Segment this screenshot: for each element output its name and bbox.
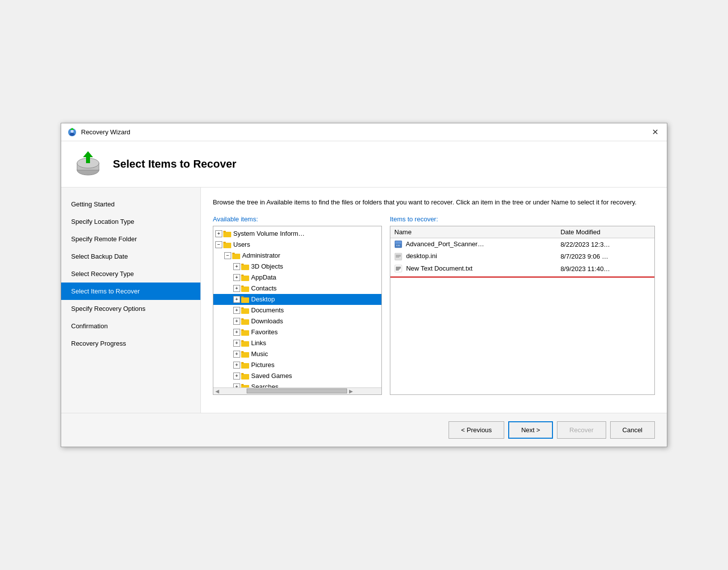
tree-label: AppData [251,274,276,281]
folder-icon [241,263,249,270]
column-header-name[interactable]: Name [390,226,556,238]
tree-item-favorites[interactable]: + Favorites [213,327,381,338]
tree-scroll-area[interactable]: + System Volume Inform… − [213,226,381,387]
exe-file-icon: EXE [394,240,402,248]
cancel-button[interactable]: Cancel [610,421,655,439]
sidebar-item-recovery-progress[interactable]: Recovery Progress [61,335,200,352]
tree-item-contacts[interactable]: + Contacts [213,283,381,294]
page-title: Select Items to Recover [113,158,236,171]
svg-point-3 [71,130,74,133]
file-name: New Text Document.txt [406,265,472,272]
items-to-recover-panel[interactable]: Name Date Modified [390,226,655,395]
tree-item-administrator[interactable]: − Administrator [213,250,381,261]
file-name: desktop.ini [406,252,437,260]
folder-icon [241,351,249,358]
tree-label: Administrator [242,252,280,259]
folder-icon [241,383,249,387]
recover-button[interactable]: Recover [557,421,606,439]
items-to-recover-label: Items to recover: [390,215,655,223]
tree-item-savedgames[interactable]: + Saved Games [213,371,381,381]
sidebar-item-confirmation[interactable]: Confirmation [61,317,200,335]
svg-rect-29 [241,341,249,347]
tree-item-documents[interactable]: + Documents [213,305,381,316]
svg-rect-31 [241,352,249,358]
folder-icon [223,241,231,248]
sidebar-item-recovery-type[interactable]: Select Recovery Type [61,265,200,283]
red-separator-line [390,277,654,278]
sidebar-item-backup-date[interactable]: Select Backup Date [61,248,200,265]
file-name-cell[interactable]: New Text Document.txt [390,263,556,275]
svg-rect-22 [241,296,244,298]
file-date-cell: 8/22/2023 12:3… [556,238,654,250]
sidebar-item-select-items[interactable]: Select Items to Recover [61,283,200,300]
svg-rect-33 [241,363,249,369]
next-button[interactable]: Next > [508,421,553,439]
scrollbar-thumb[interactable] [247,388,348,393]
tree-label: Users [233,241,250,248]
tree-item-music[interactable]: + Music [213,349,381,360]
tree-label: Searches [251,383,278,387]
ini-file-icon [394,253,402,261]
svg-rect-28 [241,329,244,331]
table-row[interactable]: EXE Advanced_Port_Scanner… 8/22/2023 12:… [390,238,654,250]
svg-rect-36 [241,373,244,375]
svg-rect-14 [232,253,235,254]
file-name-cell[interactable]: EXE Advanced_Port_Scanner… [390,238,556,250]
tree-label: Contacts [251,285,276,292]
tree-label: Documents [251,306,284,314]
txt-file-icon [394,265,402,273]
svg-rect-32 [241,351,244,353]
folder-icon [241,274,249,281]
tree-item-links[interactable]: + Links [213,338,381,349]
sidebar-item-recovery-options[interactable]: Specify Recovery Options [61,300,200,317]
svg-rect-34 [241,362,244,364]
svg-rect-25 [241,319,249,325]
tree-label: Desktop [251,295,275,303]
recovery-wizard-window: Recovery Wizard ✕ Select Items to Recove… [61,123,667,447]
available-items-panel[interactable]: + System Volume Inform… − [213,226,382,395]
folder-icon [241,362,249,369]
tree-item-desktop[interactable]: + Desktop [213,294,381,305]
svg-rect-18 [241,275,244,276]
sidebar-item-remote-folder[interactable]: Specify Remote Folder [61,230,200,248]
tree-item-system-volume[interactable]: + System Volume Inform… [213,228,381,239]
svg-rect-16 [241,264,244,265]
available-items-label: Available items: [213,215,382,223]
table-row[interactable]: New Text Document.txt 8/9/2023 11:40… [390,263,654,275]
svg-rect-20 [241,285,244,287]
folder-icon [241,329,249,336]
tree-item-users[interactable]: − Users [213,239,381,250]
sidebar-item-location-type[interactable]: Specify Location Type [61,213,200,230]
table-row[interactable]: desktop.ini 8/7/2023 9:06 … [390,250,654,263]
folder-icon [241,307,249,314]
folder-icon [241,318,249,325]
tree-horizontal-scrollbar[interactable]: ◀ ▶ [213,387,381,394]
folder-icon [232,252,240,259]
folder-icon [241,285,249,292]
previous-button[interactable]: < Previous [449,421,504,439]
tree-item-appdata[interactable]: + AppData [213,272,381,283]
folder-icon [223,230,231,237]
tree-item-downloads[interactable]: + Downloads [213,316,381,327]
close-button[interactable]: ✕ [649,126,661,138]
sidebar-item-getting-started[interactable]: Getting Started [61,195,200,213]
svg-rect-15 [241,265,249,270]
folder-icon [241,296,249,303]
file-name-cell[interactable]: desktop.ini [390,250,556,263]
tree-item-3dobjects[interactable]: + 3D Objects [213,261,381,272]
tree-label: 3D Objects [251,263,283,270]
sidebar: Getting Started Specify Location Type Sp… [61,188,200,413]
title-bar-left: Recovery Wizard [67,127,130,137]
items-table: Name Date Modified [390,226,654,275]
svg-rect-23 [241,308,249,314]
svg-rect-38 [241,384,244,385]
recovery-icon [73,149,103,179]
column-header-date[interactable]: Date Modified [556,226,654,238]
tree-item-searches[interactable]: + Searches [213,381,381,387]
svg-rect-48 [395,265,402,272]
svg-rect-12 [223,242,226,243]
svg-rect-27 [241,330,249,336]
svg-rect-19 [241,286,249,292]
tree-item-pictures[interactable]: + Pictures [213,360,381,371]
title-bar: Recovery Wizard ✕ [61,123,667,141]
